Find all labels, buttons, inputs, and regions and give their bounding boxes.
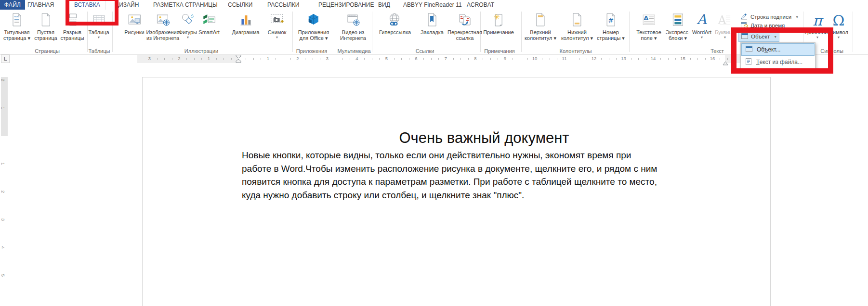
- tab-вставка[interactable]: ВСТАВКА: [69, 0, 105, 10]
- hyperlink-icon: [387, 12, 403, 28]
- button-label: Строка подписи: [750, 14, 791, 20]
- group-divider: [87, 12, 88, 52]
- button-label: Уравнение: [804, 29, 830, 35]
- page-number-button[interactable]: #Номерстраницы ▾: [597, 11, 625, 41]
- tab-дизайн[interactable]: ДИЗАЙН: [115, 0, 139, 10]
- group-divider: [112, 12, 113, 52]
- wordart-button[interactable]: AWordArt▼: [692, 11, 711, 39]
- chart-button[interactable]: Диаграмма: [232, 11, 259, 35]
- tab-вид[interactable]: ВИД: [378, 0, 390, 10]
- dropcap-button[interactable]: AБуквица▼: [715, 11, 735, 39]
- tab-рассылки[interactable]: РАССЫЛКИ: [267, 0, 299, 10]
- online-video-button[interactable]: Видео изИнтернета: [340, 11, 366, 41]
- menu-item-object[interactable]: Объект...: [741, 43, 815, 56]
- ruler-tick: [394, 58, 395, 60]
- ruler-tick: [261, 58, 261, 60]
- group-label: Символы: [820, 48, 843, 54]
- button-label: Нижний: [567, 29, 587, 35]
- document-page[interactable]: Очень важный документ Новые кнопки, кото…: [142, 77, 771, 306]
- ruler-number: 5: [385, 56, 388, 61]
- textbox-button[interactable]: АТекстовоеполе ▾: [636, 11, 661, 41]
- equation-button[interactable]: πУравнение▼: [804, 11, 830, 39]
- button-label: Фигуры: [179, 29, 197, 35]
- quick-parts-button[interactable]: Экспресс-блоки ▾: [665, 11, 690, 41]
- ruler-tick: [216, 58, 217, 60]
- button-label: Интернета: [340, 35, 366, 41]
- dropdown-arrow-icon: ▼: [700, 35, 704, 39]
- tab-abbyy-finereader-11[interactable]: ABBYY FineReader 11: [403, 0, 462, 10]
- tab-ссылки[interactable]: ССЫЛКИ: [228, 0, 252, 10]
- ruler-tick: [186, 58, 187, 60]
- ruler-tick: [164, 58, 165, 60]
- dropdown-arrow-icon: ▼: [816, 35, 819, 39]
- ruler-number: 13: [621, 56, 626, 61]
- ruler-tick: [335, 58, 335, 60]
- ruler-tick: [705, 58, 706, 60]
- tab-разметка-страницы[interactable]: РАЗМЕТКА СТРАНИЦЫ: [153, 0, 218, 10]
- dropdown-arrow-icon: ▼: [795, 15, 799, 19]
- cover-page-button[interactable]: Титульнаястраница ▾: [3, 11, 30, 41]
- menu-item-label: Текст из файла...: [756, 59, 802, 65]
- ruler-number: 16: [710, 56, 715, 61]
- tab-acrobat[interactable]: ACROBAT: [467, 0, 494, 10]
- button-label: Символ: [829, 29, 848, 35]
- button-label: Снимок: [268, 29, 287, 35]
- ruler-number: 14: [651, 56, 656, 61]
- group-divider: [372, 12, 372, 52]
- date-time-button[interactable]: Дата и время: [738, 21, 787, 30]
- button-label: колонтитул ▾: [525, 35, 556, 41]
- ruler-tick: [609, 58, 609, 60]
- ruler-tick: [350, 58, 350, 60]
- dropdown-arrow-icon: ▼: [276, 35, 279, 39]
- online-pictures-icon: [155, 12, 171, 28]
- page-break-button[interactable]: Разрывстраницы: [60, 11, 84, 41]
- group-label: Мультимедиа: [337, 48, 370, 54]
- group-label: Приложения: [296, 48, 327, 54]
- object-button[interactable]: Объект▼: [738, 31, 779, 42]
- ruler-tick: [675, 58, 676, 60]
- ruler-tick: [409, 58, 409, 60]
- horizontal-ruler[interactable]: 32112345678910111213141516: [137, 54, 770, 63]
- bookmark-button[interactable]: Закладка: [421, 11, 444, 35]
- smartart-button[interactable]: SmartArt: [198, 11, 219, 35]
- ruler-number: 2: [0, 191, 6, 193]
- cross-reference-button[interactable]: Перекрестнаяссылка: [447, 11, 482, 41]
- screenshot-button[interactable]: Снимок▼: [268, 11, 287, 39]
- document-text-line: Новые кнопки, которые видны, только если…: [242, 149, 733, 162]
- footer-icon: [569, 12, 585, 28]
- ruler-tick: [320, 58, 320, 60]
- signature-line-button[interactable]: Строка подписи▼: [738, 13, 801, 21]
- tab-stop-selector[interactable]: L: [1, 54, 10, 63]
- chart-icon: [238, 12, 253, 28]
- symbol-button[interactable]: ΩСимвол▼: [829, 11, 848, 39]
- menu-item-text-from-file[interactable]: Текст из файла...: [741, 56, 815, 68]
- document-body-text[interactable]: Новые кнопки, которые видны, только если…: [242, 149, 733, 202]
- button-label: Объект: [751, 34, 770, 39]
- pictures-button[interactable]: Рисунки: [124, 11, 145, 35]
- office-apps-button[interactable]: Приложениядля Office ▾: [298, 11, 329, 41]
- document-title[interactable]: Очень важный документ: [242, 129, 726, 147]
- vertical-ruler[interactable]: 2112345: [1, 77, 8, 306]
- right-indent-marker[interactable]: [723, 59, 728, 67]
- comment-button[interactable]: Примечание: [483, 11, 514, 35]
- quick-parts-icon: [670, 12, 685, 28]
- group-label: Таблицы: [89, 48, 110, 54]
- online-pictures-button[interactable]: Изображенияиз Интернета: [146, 11, 179, 41]
- ruler-number: 2: [296, 56, 299, 61]
- ruler-tick: [550, 58, 550, 60]
- header-button[interactable]: Верхнийколонтитул ▾: [525, 11, 556, 41]
- dropdown-arrow-icon: ▼: [186, 35, 190, 39]
- shapes-button[interactable]: Фигуры▼: [179, 11, 197, 39]
- tab-file[interactable]: ФАЙЛ: [0, 0, 25, 10]
- table-button[interactable]: Таблица▼: [88, 11, 109, 39]
- button-label: страница: [34, 35, 57, 41]
- hyperlink-button[interactable]: Гиперссылка: [379, 11, 411, 35]
- indent-marker[interactable]: [236, 54, 241, 65]
- tab-рецензирование[interactable]: РЕЦЕНЗИРОВАНИЕ: [318, 0, 374, 10]
- button-label: страница ▾: [3, 35, 30, 41]
- blank-page-button[interactable]: Пустаястраница: [34, 11, 57, 41]
- button-label: блоки ▾: [669, 35, 687, 41]
- tab-главная[interactable]: ГЛАВНАЯ: [27, 0, 54, 10]
- ruler-number: 12: [592, 56, 597, 61]
- footer-button[interactable]: Нижнийколонтитул ▾: [561, 11, 593, 41]
